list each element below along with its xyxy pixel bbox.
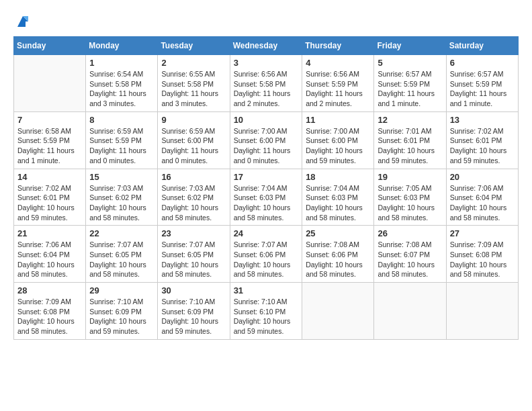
day-cell: 18Sunrise: 7:04 AMSunset: 6:03 PMDayligh… — [302, 169, 374, 226]
day-number: 1 — [89, 58, 154, 68]
day-cell: 27Sunrise: 7:09 AMSunset: 6:08 PMDayligh… — [446, 226, 518, 283]
day-number: 10 — [234, 115, 299, 125]
page-header — [13, 13, 519, 30]
day-cell: 22Sunrise: 7:07 AMSunset: 6:05 PMDayligh… — [86, 226, 158, 283]
day-number: 14 — [17, 172, 82, 182]
day-info: Sunrise: 7:06 AMSunset: 6:04 PMDaylight:… — [17, 240, 82, 279]
day-info: Sunrise: 7:02 AMSunset: 6:01 PMDaylight:… — [17, 183, 82, 223]
day-number: 7 — [17, 115, 82, 125]
day-info: Sunrise: 7:10 AMSunset: 6:10 PMDaylight:… — [234, 297, 299, 336]
day-cell: 15Sunrise: 7:03 AMSunset: 6:02 PMDayligh… — [86, 169, 158, 226]
day-cell: 17Sunrise: 7:04 AMSunset: 6:03 PMDayligh… — [230, 169, 302, 226]
day-number: 17 — [234, 172, 299, 182]
day-number: 28 — [17, 285, 82, 295]
day-info: Sunrise: 6:57 AMSunset: 5:59 PMDaylight:… — [450, 69, 515, 109]
day-info: Sunrise: 7:07 AMSunset: 6:06 PMDaylight:… — [234, 240, 299, 279]
day-number: 16 — [161, 172, 226, 182]
day-info: Sunrise: 7:10 AMSunset: 6:09 PMDaylight:… — [161, 297, 226, 336]
day-cell: 24Sunrise: 7:07 AMSunset: 6:06 PMDayligh… — [230, 226, 302, 283]
day-number: 5 — [378, 58, 442, 68]
day-info: Sunrise: 6:58 AMSunset: 5:59 PMDaylight:… — [17, 126, 82, 166]
col-header-sunday: Sunday — [14, 37, 86, 55]
day-number: 26 — [378, 228, 442, 238]
day-cell: 30Sunrise: 7:10 AMSunset: 6:09 PMDayligh… — [158, 283, 230, 340]
day-number: 25 — [306, 228, 370, 238]
day-cell: 28Sunrise: 7:09 AMSunset: 6:08 PMDayligh… — [14, 283, 86, 340]
day-number: 2 — [161, 58, 226, 68]
col-header-tuesday: Tuesday — [158, 37, 230, 55]
day-cell: 10Sunrise: 7:00 AMSunset: 6:00 PMDayligh… — [230, 111, 302, 169]
day-info: Sunrise: 7:07 AMSunset: 6:05 PMDaylight:… — [161, 240, 226, 279]
col-header-friday: Friday — [374, 37, 446, 55]
day-cell: 13Sunrise: 7:02 AMSunset: 6:01 PMDayligh… — [446, 111, 518, 169]
day-cell: 7Sunrise: 6:58 AMSunset: 5:59 PMDaylight… — [14, 111, 86, 169]
day-cell: 14Sunrise: 7:02 AMSunset: 6:01 PMDayligh… — [14, 169, 86, 226]
day-info: Sunrise: 7:03 AMSunset: 6:02 PMDaylight:… — [89, 183, 154, 223]
day-info: Sunrise: 7:10 AMSunset: 6:09 PMDaylight:… — [89, 297, 154, 336]
day-cell: 20Sunrise: 7:06 AMSunset: 6:04 PMDayligh… — [446, 169, 518, 226]
day-info: Sunrise: 6:59 AMSunset: 5:59 PMDaylight:… — [89, 126, 154, 166]
day-info: Sunrise: 7:09 AMSunset: 6:08 PMDaylight:… — [17, 297, 82, 336]
logo — [13, 13, 31, 30]
col-header-monday: Monday — [86, 37, 158, 55]
day-cell: 3Sunrise: 6:56 AMSunset: 5:58 PMDaylight… — [230, 55, 302, 112]
day-number: 31 — [234, 285, 299, 295]
day-cell — [374, 283, 446, 340]
week-row-3: 14Sunrise: 7:02 AMSunset: 6:01 PMDayligh… — [14, 169, 519, 226]
day-info: Sunrise: 6:55 AMSunset: 5:58 PMDaylight:… — [161, 69, 226, 109]
day-cell: 4Sunrise: 6:56 AMSunset: 5:59 PMDaylight… — [302, 55, 374, 112]
day-cell — [302, 283, 374, 340]
col-header-wednesday: Wednesday — [230, 37, 302, 55]
week-row-4: 21Sunrise: 7:06 AMSunset: 6:04 PMDayligh… — [14, 226, 519, 283]
day-info: Sunrise: 7:00 AMSunset: 6:00 PMDaylight:… — [234, 126, 299, 166]
day-info: Sunrise: 7:07 AMSunset: 6:05 PMDaylight:… — [89, 240, 154, 279]
day-cell: 23Sunrise: 7:07 AMSunset: 6:05 PMDayligh… — [158, 226, 230, 283]
day-info: Sunrise: 6:54 AMSunset: 5:58 PMDaylight:… — [89, 69, 154, 109]
day-number: 23 — [161, 228, 226, 238]
day-number: 21 — [17, 228, 82, 238]
day-number: 29 — [89, 285, 154, 295]
day-cell: 25Sunrise: 7:08 AMSunset: 6:06 PMDayligh… — [302, 226, 374, 283]
day-info: Sunrise: 6:56 AMSunset: 5:58 PMDaylight:… — [234, 69, 299, 109]
col-header-thursday: Thursday — [302, 37, 374, 55]
day-info: Sunrise: 7:01 AMSunset: 6:01 PMDaylight:… — [378, 126, 442, 166]
day-number: 24 — [234, 228, 299, 238]
day-number: 4 — [306, 58, 370, 68]
day-cell: 21Sunrise: 7:06 AMSunset: 6:04 PMDayligh… — [14, 226, 86, 283]
day-info: Sunrise: 7:09 AMSunset: 6:08 PMDaylight:… — [450, 240, 515, 279]
day-number: 11 — [306, 115, 370, 125]
calendar-header-row: SundayMondayTuesdayWednesdayThursdayFrid… — [14, 37, 519, 55]
day-cell: 6Sunrise: 6:57 AMSunset: 5:59 PMDaylight… — [446, 55, 518, 112]
day-number: 19 — [378, 172, 442, 182]
week-row-1: 1Sunrise: 6:54 AMSunset: 5:58 PMDaylight… — [14, 55, 519, 112]
week-row-2: 7Sunrise: 6:58 AMSunset: 5:59 PMDaylight… — [14, 111, 519, 169]
day-info: Sunrise: 7:00 AMSunset: 6:00 PMDaylight:… — [306, 126, 370, 166]
day-number: 27 — [450, 228, 515, 238]
day-cell: 5Sunrise: 6:57 AMSunset: 5:59 PMDaylight… — [374, 55, 446, 112]
day-number: 30 — [161, 285, 226, 295]
day-number: 3 — [234, 58, 299, 68]
day-info: Sunrise: 7:04 AMSunset: 6:03 PMDaylight:… — [234, 183, 299, 223]
day-cell: 31Sunrise: 7:10 AMSunset: 6:10 PMDayligh… — [230, 283, 302, 340]
day-number: 13 — [450, 115, 515, 125]
week-row-5: 28Sunrise: 7:09 AMSunset: 6:08 PMDayligh… — [14, 283, 519, 340]
day-cell — [446, 283, 518, 340]
day-number: 8 — [89, 115, 154, 125]
day-cell — [14, 55, 86, 112]
day-number: 18 — [306, 172, 370, 182]
day-number: 15 — [89, 172, 154, 182]
day-info: Sunrise: 7:08 AMSunset: 6:07 PMDaylight:… — [378, 240, 442, 279]
day-number: 6 — [450, 58, 515, 68]
day-number: 9 — [161, 115, 226, 125]
calendar: SundayMondayTuesdayWednesdayThursdayFrid… — [13, 36, 519, 340]
day-number: 22 — [89, 228, 154, 238]
day-info: Sunrise: 7:04 AMSunset: 6:03 PMDaylight:… — [306, 183, 370, 223]
day-number: 20 — [450, 172, 515, 182]
day-cell: 8Sunrise: 6:59 AMSunset: 5:59 PMDaylight… — [86, 111, 158, 169]
day-cell: 9Sunrise: 6:59 AMSunset: 6:00 PMDaylight… — [158, 111, 230, 169]
day-number: 12 — [378, 115, 442, 125]
logo-icon — [15, 13, 31, 30]
day-info: Sunrise: 7:08 AMSunset: 6:06 PMDaylight:… — [306, 240, 370, 279]
day-cell: 26Sunrise: 7:08 AMSunset: 6:07 PMDayligh… — [374, 226, 446, 283]
day-info: Sunrise: 7:03 AMSunset: 6:02 PMDaylight:… — [161, 183, 226, 223]
